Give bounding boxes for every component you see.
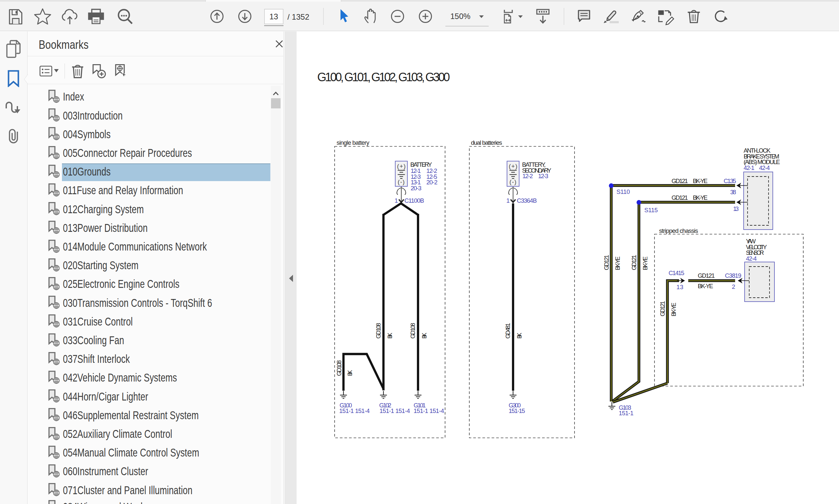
svg-text:12-3: 12-3 — [538, 173, 548, 179]
svg-text:1: 1 — [506, 197, 510, 204]
svg-text:BK: BK — [346, 370, 353, 376]
svg-text:(+): (+) — [397, 163, 406, 169]
svg-text:(-): (-) — [510, 179, 517, 185]
svg-text:20-3: 20-3 — [410, 185, 421, 192]
svg-text:GD121: GD121 — [671, 194, 688, 201]
svg-text:BK-YE: BK-YE — [698, 283, 713, 289]
svg-text:151-1 151-4: 151-1 151-4 — [339, 408, 370, 414]
svg-text:BK-YE: BK-YE — [693, 178, 707, 184]
svg-text:151-15: 151-15 — [509, 408, 525, 414]
svg-text:42-1: 42-1 — [744, 164, 754, 171]
svg-text:G100, G101, G102, G103, G300: G100, G101, G102, G103, G300 — [317, 70, 450, 84]
svg-text:38: 38 — [730, 188, 736, 196]
svg-text:BK: BK — [516, 332, 523, 339]
svg-text:13: 13 — [677, 284, 683, 290]
svg-text:single battery: single battery — [336, 139, 370, 146]
svg-text:42-4: 42-4 — [759, 164, 770, 171]
svg-text:151-1 151-4: 151-1 151-4 — [414, 408, 444, 414]
svg-text:GD121: GD121 — [659, 301, 666, 316]
svg-text:S110: S110 — [616, 188, 630, 195]
svg-text:(-): (-) — [398, 179, 405, 185]
svg-text:GD121: GD121 — [671, 178, 688, 184]
svg-text:BATTERY: BATTERY — [410, 161, 432, 168]
svg-text:12-2: 12-2 — [522, 173, 533, 179]
svg-text:BK-YE: BK-YE — [670, 303, 677, 316]
svg-text:20-2: 20-2 — [426, 179, 438, 186]
svg-text:GD108: GD108 — [375, 323, 382, 339]
svg-text:BK-YE: BK-YE — [693, 194, 707, 201]
svg-text:BK-YE: BK-YE — [642, 256, 649, 270]
svg-text:BK: BK — [386, 332, 393, 339]
svg-text:13: 13 — [269, 12, 278, 21]
svg-text:/ 1352: / 1352 — [287, 13, 309, 21]
svg-text:C3819: C3819 — [725, 272, 741, 279]
svg-text:GD108: GD108 — [336, 360, 343, 376]
svg-text:GD121: GD121 — [631, 255, 637, 270]
svg-text:S115: S115 — [644, 206, 658, 214]
svg-text:GD121: GD121 — [698, 272, 715, 279]
svg-text:42-4: 42-4 — [746, 255, 757, 262]
svg-text:BK-YE: BK-YE — [614, 256, 621, 270]
svg-text:C135: C135 — [724, 178, 736, 184]
svg-text:(+): (+) — [509, 163, 518, 169]
svg-text:C1415: C1415 — [668, 270, 684, 276]
svg-text:C1100B: C1100B — [404, 197, 424, 204]
svg-text:151-1: 151-1 — [619, 410, 633, 417]
svg-text:1: 1 — [395, 197, 398, 204]
svg-text:GD108: GD108 — [409, 323, 416, 339]
svg-text:13: 13 — [733, 205, 739, 212]
svg-text:C3364B: C3364B — [517, 197, 537, 204]
svg-text:151-1 151-4: 151-1 151-4 — [380, 408, 410, 414]
svg-text:150%: 150% — [450, 12, 470, 21]
svg-text:GD121: GD121 — [603, 255, 610, 270]
svg-text:2: 2 — [732, 283, 735, 290]
svg-text:BK: BK — [421, 332, 428, 339]
svg-text:dual batteries: dual batteries — [471, 139, 502, 146]
svg-text:GD481: GD481 — [504, 323, 511, 339]
svg-text:stripped chassis: stripped chassis — [659, 227, 698, 234]
